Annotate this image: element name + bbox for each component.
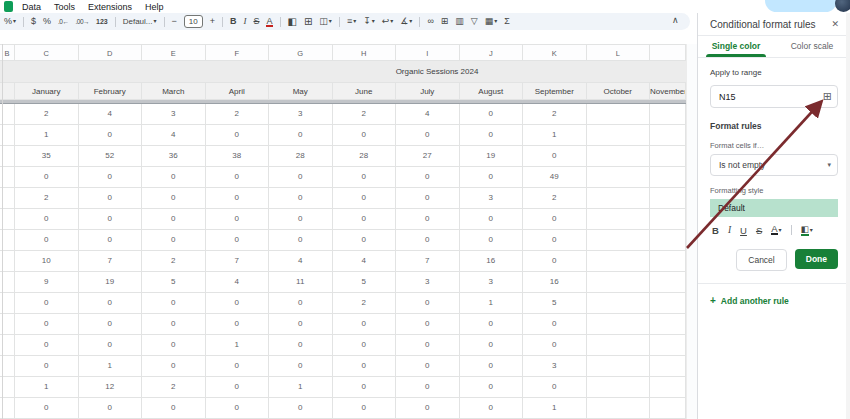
cell[interactable]: 0 [333,314,397,335]
cell[interactable]: 4 [142,125,206,146]
cell[interactable]: 38 [206,146,270,167]
cell[interactable]: 0 [460,104,524,125]
cell[interactable]: 3 [460,188,524,209]
close-icon[interactable]: ✕ [831,19,839,29]
create-filter-icon[interactable]: ▽ [471,16,478,27]
cell[interactable]: 3 [396,272,460,293]
menu-data[interactable]: Data [22,2,41,12]
column-header[interactable]: J [460,44,524,61]
tab-color-scale[interactable]: Color scale [774,36,850,57]
cell[interactable]: 0 [460,377,524,398]
insert-chart-icon[interactable]: ▥ [455,16,464,27]
cell[interactable]: 0 [396,188,460,209]
cell[interactable]: 49 [523,167,587,188]
cell[interactable]: 0 [333,125,397,146]
table-views-icon[interactable]: ▦▾ [485,16,498,27]
cell[interactable] [587,104,651,125]
cell[interactable]: 0 [142,356,206,377]
cell[interactable]: 2 [15,104,79,125]
font-size-decrease-icon[interactable]: − [172,16,177,27]
number-format-icon[interactable]: 123 [96,16,108,27]
cell[interactable]: 12 [79,377,143,398]
merged-title-cell[interactable]: Organic Sessions 2024 [0,61,686,83]
cell[interactable]: 0 [523,251,587,272]
cell[interactable]: 0 [206,293,270,314]
cell[interactable]: 0 [15,230,79,251]
cell[interactable]: 0 [142,209,206,230]
cell[interactable] [650,209,686,230]
column-header[interactable]: C [15,44,79,61]
cell[interactable]: 1 [523,125,587,146]
cell[interactable]: 0 [396,335,460,356]
cell[interactable] [587,314,651,335]
cell[interactable]: 0 [396,356,460,377]
cell[interactable]: September [523,83,587,100]
cell[interactable]: 0 [396,314,460,335]
cell[interactable]: 0 [142,314,206,335]
cell[interactable]: 0 [79,125,143,146]
cell[interactable]: 0 [142,398,206,419]
cell[interactable]: 0 [206,398,270,419]
cell[interactable]: 0 [142,230,206,251]
cell[interactable] [650,272,686,293]
cell[interactable]: 2 [333,104,397,125]
cell[interactable]: January [15,83,79,100]
cell[interactable]: 1 [206,335,270,356]
cell[interactable]: 1 [79,356,143,377]
cell[interactable]: 2 [206,104,270,125]
cell[interactable]: 7 [79,251,143,272]
done-button[interactable]: Done [795,249,838,269]
cell[interactable]: 0 [269,398,333,419]
cell[interactable]: 0 [269,335,333,356]
percent-icon[interactable]: % [43,16,51,27]
cell[interactable] [650,293,686,314]
cell[interactable]: 0 [396,293,460,314]
cell[interactable]: 0 [396,230,460,251]
cell[interactable]: 19 [79,272,143,293]
cell[interactable] [650,167,686,188]
cell[interactable] [587,377,651,398]
cell[interactable]: 27 [396,146,460,167]
cell[interactable] [587,146,651,167]
insert-link-icon[interactable]: ∞ [427,16,433,27]
cell[interactable]: 0 [523,146,587,167]
cell[interactable]: October [587,83,651,100]
cell[interactable]: June [333,83,397,100]
cell[interactable]: 0 [15,356,79,377]
cell[interactable]: 0 [79,230,143,251]
cell[interactable]: 0 [206,167,270,188]
cell[interactable]: 0 [206,377,270,398]
cell[interactable]: 0 [460,356,524,377]
cell[interactable]: 0 [396,167,460,188]
cell[interactable]: 0 [142,167,206,188]
cell[interactable]: 0 [523,314,587,335]
cell[interactable]: November [650,83,686,100]
cell[interactable]: 3 [269,104,333,125]
cell[interactable]: 2 [15,188,79,209]
condition-dropdown[interactable]: Is not empty ▾ [710,154,838,176]
cell[interactable]: 0 [333,398,397,419]
cell[interactable]: 3 [460,272,524,293]
share-button[interactable] [765,0,837,12]
cell[interactable]: 0 [206,209,270,230]
column-header[interactable]: E [142,44,206,61]
menu-tools[interactable]: Tools [54,2,75,12]
column-header[interactable]: L [587,44,651,61]
cell[interactable] [650,125,686,146]
cell[interactable]: 0 [460,335,524,356]
cell[interactable]: 5 [142,272,206,293]
cell[interactable] [587,293,651,314]
cell[interactable]: 0 [15,314,79,335]
cell[interactable]: 0 [142,335,206,356]
sheet-scrollbar[interactable] [686,44,697,419]
tab-single-color[interactable]: Single color [698,36,774,57]
cell[interactable]: 2 [142,251,206,272]
cell[interactable] [587,272,651,293]
cell[interactable]: 0 [79,293,143,314]
cell[interactable]: 7 [206,251,270,272]
cell[interactable]: 4 [79,104,143,125]
cell[interactable]: 0 [333,188,397,209]
cell[interactable]: 0 [269,209,333,230]
cell[interactable]: 0 [396,377,460,398]
cell[interactable]: 0 [460,209,524,230]
